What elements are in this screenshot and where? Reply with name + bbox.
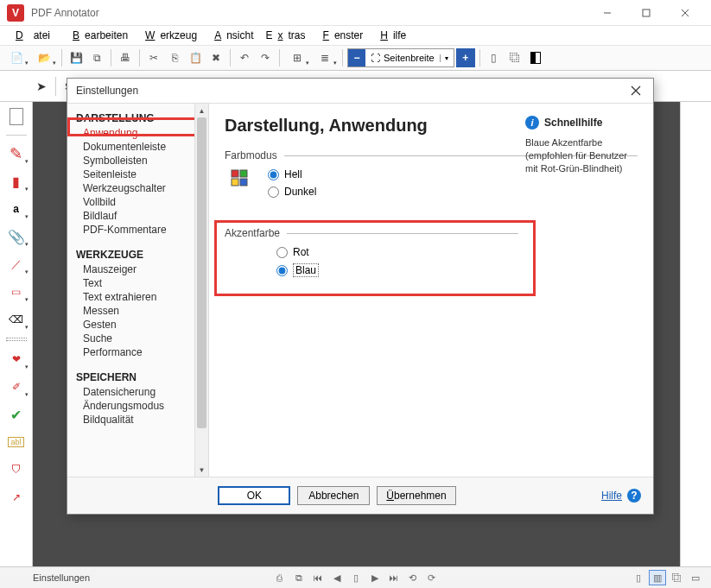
page-half-icon[interactable] [526, 48, 545, 67]
redo-icon[interactable]: ↷ [256, 48, 275, 67]
scroll-thumb[interactable] [197, 117, 206, 428]
nav-last-icon[interactable]: ⏭ [385, 570, 403, 585]
menu-ansicht[interactable]: Ansicht [204, 28, 258, 43]
nav-item-anwendung[interactable]: Anwendung [76, 126, 208, 140]
page-double-icon[interactable]: ⿻ [505, 48, 524, 67]
nav-item-vollbild[interactable]: Vollbild [76, 195, 208, 209]
nav-item-dokumentenleiste[interactable]: Dokumentenleiste [76, 140, 208, 154]
radio-hell[interactable]: Hell [268, 168, 316, 180]
zoom-in-button[interactable]: + [456, 48, 475, 67]
save-icon[interactable]: 💾 [67, 48, 86, 67]
paste-icon[interactable]: 📋 [186, 48, 205, 67]
view-book-icon[interactable]: ▭ [687, 570, 704, 585]
nav-item-gesten[interactable]: Gesten [76, 318, 208, 332]
menu-bearbeiten[interactable]: Bearbeiten [62, 28, 133, 43]
scroll-up-icon[interactable]: ▲ [195, 104, 208, 117]
nav-item-mauszeiger[interactable]: Mauszeiger [76, 262, 208, 276]
radio-rot[interactable]: Rot [276, 246, 638, 258]
nav-item-datensicherung[interactable]: Datensicherung [76, 385, 208, 399]
nav-header-darstellung: DARSTELLUNG [76, 112, 208, 124]
info-icon: i [525, 116, 539, 130]
cut-icon[interactable]: ✂ [144, 48, 163, 67]
nav-item-bildlauf[interactable]: Bildlauf [76, 209, 208, 223]
nav-next-icon[interactable]: ▶ [366, 570, 384, 585]
menu-extras[interactable]: Extras [261, 28, 311, 43]
radio-blau[interactable]: Blau [276, 263, 638, 277]
help-icon: ? [627, 489, 641, 503]
svg-rect-1 [643, 9, 650, 16]
dialog-content: Darstellung, Anwendung Farbmodus Hell Du… [209, 104, 653, 477]
menu-fenster[interactable]: Fenster [313, 28, 369, 43]
new-file-icon[interactable]: 📄▾ [3, 48, 29, 67]
scroll-down-icon[interactable]: ▼ [195, 463, 208, 477]
open-folder-icon[interactable]: 📂▾ [31, 48, 57, 67]
pointer-tool-icon[interactable]: ➤ [36, 79, 47, 93]
page-single-icon[interactable]: ▯ [485, 48, 504, 67]
nav-item-seitenleiste[interactable]: Seitenleiste [76, 168, 208, 181]
apply-button[interactable]: Übernehmen [377, 486, 455, 505]
nav-item-suche[interactable]: Suche [76, 332, 208, 345]
grid-icon[interactable]: ⊞▾ [284, 48, 310, 67]
save-all-icon[interactable]: ⧉ [87, 48, 106, 67]
dialog-titlebar: Einstellungen [67, 79, 653, 103]
nav-page-icon[interactable]: ▯ [347, 570, 365, 585]
right-toolbox [680, 71, 711, 566]
menu-werkzeug[interactable]: Werkzeug [135, 28, 202, 43]
checkmark-icon[interactable]: ✔ [4, 403, 29, 426]
page-nav-controls: ⎙ ⧉ ⏮ ◀ ▯ ▶ ⏭ ⟲ ⟳ [271, 570, 441, 585]
radio-dunkel[interactable]: Dunkel [268, 186, 316, 198]
dialog-close-button[interactable] [627, 82, 644, 99]
rect-tool-icon[interactable]: ▭▾ [4, 281, 29, 303]
print-icon[interactable]: 🖶 [116, 48, 135, 67]
nav-item-text[interactable]: Text [76, 276, 208, 290]
pen-red-icon[interactable]: ✎▾ [4, 142, 29, 165]
nav-item-performance[interactable]: Performance [76, 345, 208, 359]
highlighter-icon[interactable]: ▮▾ [4, 170, 29, 193]
text-tool-icon[interactable]: a▾ [4, 198, 29, 220]
menu-hilfe[interactable]: Hilfe [370, 28, 411, 43]
window-title: PDF Annotator [31, 7, 587, 19]
nav-item-messen[interactable]: Messen [76, 304, 208, 318]
textbox-icon[interactable]: abl [4, 431, 29, 453]
nav-saveall-icon[interactable]: ⧉ [290, 570, 308, 585]
view-continuous-icon[interactable]: ▥ [649, 570, 666, 585]
nav-item-werkzeugschalter[interactable]: Werkzeugschalter [76, 181, 208, 195]
nav-prev-icon[interactable]: ◀ [328, 570, 346, 585]
cancel-button[interactable]: Abbrechen [297, 486, 370, 505]
ok-button[interactable]: OK [218, 486, 290, 505]
delete-icon[interactable]: ✖ [206, 48, 225, 67]
undo-icon[interactable]: ↶ [235, 48, 254, 67]
pen-preset-icon[interactable]: ✐▾ [4, 376, 29, 398]
zoom-label[interactable]: ⛶Seitenbreite [365, 53, 440, 63]
nav-item-text-extrahieren[interactable]: Text extrahieren [76, 290, 208, 304]
favorite-icon[interactable]: ❤▾ [4, 348, 29, 370]
list-icon[interactable]: ≣▾ [312, 48, 338, 67]
attachment-icon[interactable]: 📎▾ [4, 225, 29, 248]
nav-first-icon[interactable]: ⏮ [309, 570, 327, 585]
nav-item-bildqualitaet[interactable]: Bildqualität [76, 413, 208, 427]
eraser-icon[interactable]: ⌫▾ [4, 308, 29, 331]
page-thumb-icon[interactable] [4, 105, 29, 128]
arrow-tool-icon[interactable]: ↗ [4, 486, 29, 509]
stamp-icon[interactable]: ⛉ [4, 458, 29, 481]
nav-scrollbar[interactable]: ▲ ▼ [194, 104, 208, 477]
nav-item-pdf-kommentare[interactable]: PDF-Kommentare [76, 223, 208, 237]
menu-datei[interactable]: Datei [5, 28, 60, 43]
zoom-control[interactable]: − ⛶Seitenbreite ▾ [347, 48, 454, 67]
close-button[interactable] [665, 1, 704, 25]
view-twopage-icon[interactable]: ⿻ [668, 570, 685, 585]
nav-save-icon[interactable]: ⎙ [271, 570, 289, 585]
nav-fwd-icon[interactable]: ⟳ [423, 570, 441, 585]
maximize-button[interactable] [626, 1, 665, 25]
copy-icon[interactable]: ⎘ [165, 48, 184, 67]
nav-back-icon[interactable]: ⟲ [404, 570, 422, 585]
nav-item-aenderungsmodus[interactable]: Änderungsmodus [76, 399, 208, 413]
minimize-button[interactable] [587, 1, 626, 25]
line-tool-icon[interactable]: ／▾ [4, 253, 29, 275]
zoom-out-button[interactable]: − [348, 49, 365, 66]
nav-item-symbolleisten[interactable]: Symbolleisten [76, 154, 208, 168]
status-text: Einstellungen [7, 572, 90, 583]
view-single-icon[interactable]: ▯ [630, 570, 647, 585]
help-link[interactable]: Hilfe? [601, 489, 641, 503]
zoom-dropdown[interactable]: ▾ [440, 54, 454, 62]
